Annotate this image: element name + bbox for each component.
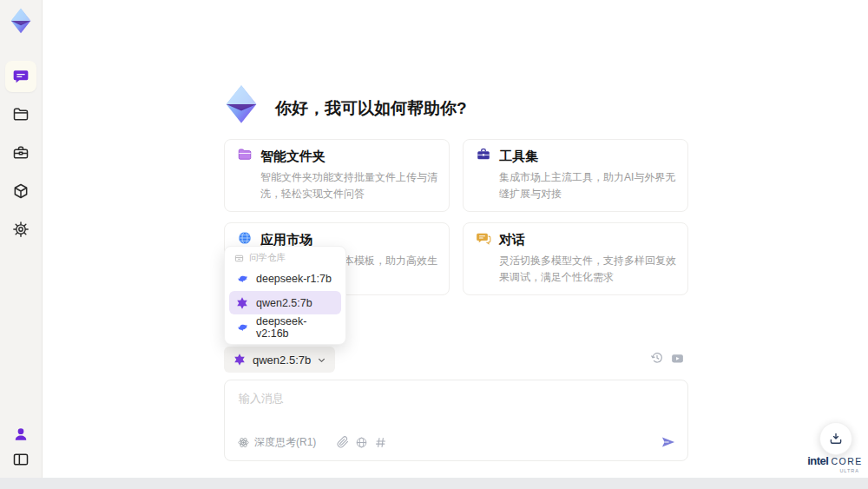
- atom-icon: [237, 436, 250, 449]
- bottom-strip: [0, 478, 868, 489]
- card-description: 灵活切换多模型文件，支持多样回复效果调试，满足个性化需求: [499, 253, 678, 286]
- chevron-down-icon: [317, 355, 326, 365]
- sidebar-item-toolbox[interactable]: [5, 137, 36, 169]
- card-title: 智能文件夹: [260, 149, 326, 165]
- app-window: 你好，我可以如何帮助你? 智能文件夹 智能文件夹功能支持批量文件上传与清洗，轻松…: [0, 0, 868, 489]
- dialog-icon: [476, 230, 491, 249]
- sidebar-item-models[interactable]: [5, 175, 36, 207]
- deepseek-whale-icon: [235, 320, 249, 334]
- model-option-deepseek-r1-7b[interactable]: deepseek-r1:7b: [229, 267, 341, 290]
- card-description: 集成市场上主流工具，助力AI与外界无缝扩展与对接: [499, 169, 678, 202]
- feature-card-dialog[interactable]: 对话 灵活切换多模型文件，支持多样回复效果调试，满足个性化需求: [463, 222, 688, 295]
- download-icon: [828, 431, 844, 446]
- folder-icon: [12, 106, 30, 123]
- video-button[interactable]: [669, 351, 685, 367]
- intel-core-text: CORE: [831, 456, 862, 466]
- greeting-title: 你好，我可以如何帮助你?: [275, 97, 467, 120]
- chat-input-toolbar: 深度思考(R1): [237, 433, 677, 452]
- model-selector-button[interactable]: qwen2.5:7b: [224, 347, 335, 373]
- prompt-tags-button[interactable]: [374, 436, 387, 449]
- card-title: 工具集: [499, 149, 538, 165]
- deepseek-whale-icon: [235, 272, 249, 286]
- chat-bubble-icon: [12, 68, 30, 85]
- qwen-logo-icon: [233, 353, 247, 367]
- send-plane-icon: [660, 433, 677, 451]
- send-button[interactable]: [660, 433, 677, 451]
- repository-icon: [234, 254, 244, 263]
- card-description: 智能文件夹功能支持批量文件上传与清洗，轻松实现文件问答: [260, 169, 439, 202]
- app-logo-icon: [5, 5, 36, 36]
- history-icon: [650, 351, 664, 365]
- sidebar: [0, 0, 43, 489]
- greeting-logo: [219, 82, 264, 127]
- sidebar-item-collapse-panel[interactable]: [5, 444, 36, 475]
- model-dropdown-header-label: 问学仓库: [249, 252, 286, 264]
- web-access-button[interactable]: [355, 436, 368, 449]
- panel-layout-icon: [12, 451, 30, 468]
- chat-input[interactable]: [237, 389, 648, 431]
- person-icon: [12, 426, 30, 443]
- sidebar-item-settings[interactable]: [5, 214, 36, 245]
- app-logo: [5, 5, 36, 36]
- model-dropdown-header: 问学仓库: [229, 250, 341, 266]
- feature-card-smart-folder[interactable]: 智能文件夹 智能文件夹功能支持批量文件上传与清洗，轻松实现文件问答: [224, 139, 450, 212]
- model-option-label: deepseek-r1:7b: [256, 273, 332, 285]
- paperclip-icon: [337, 436, 349, 448]
- sidebar-item-chat[interactable]: [5, 61, 36, 92]
- greeting-logo-icon: [219, 82, 264, 127]
- deep-thinking-toggle[interactable]: 深度思考(R1): [237, 435, 316, 450]
- attach-file-button[interactable]: [337, 436, 349, 448]
- model-option-label: deepseek-v2:16b: [256, 315, 335, 340]
- download-fab-button[interactable]: [819, 422, 852, 455]
- chat-input-box: 深度思考(R1): [224, 380, 688, 461]
- qwen-logo-icon: [235, 296, 249, 310]
- intel-brand-text: intel: [807, 454, 828, 467]
- intel-ultra-text: ULTRA: [807, 468, 863, 473]
- briefcase-icon: [12, 144, 30, 162]
- model-dropdown: 问学仓库 deepseek-r1:7b qwen2.5:7b: [224, 246, 346, 345]
- model-option-deepseek-v2-16b[interactable]: deepseek-v2:16b: [229, 315, 341, 339]
- feature-card-toolset[interactable]: 工具集 集成市场上主流工具，助力AI与外界无缝扩展与对接: [463, 139, 688, 212]
- gear-icon: [12, 221, 30, 238]
- toolbox-icon: [476, 147, 491, 166]
- card-title: 对话: [499, 232, 525, 248]
- intel-core-badge: intel CORE ULTRA: [807, 454, 863, 473]
- hash-icon: [374, 436, 387, 449]
- model-option-label: qwen2.5:7b: [256, 297, 312, 309]
- model-selector-label: qwen2.5:7b: [253, 354, 311, 367]
- model-option-qwen2-5-7b[interactable]: qwen2.5:7b: [229, 291, 341, 314]
- history-button[interactable]: [649, 351, 665, 367]
- cube-icon: [12, 182, 30, 200]
- deep-thinking-label: 深度思考(R1): [254, 435, 316, 450]
- globe-icon: [355, 436, 368, 449]
- sidebar-item-folders[interactable]: [5, 99, 36, 130]
- video-icon: [670, 351, 685, 366]
- folder-icon: [237, 147, 253, 166]
